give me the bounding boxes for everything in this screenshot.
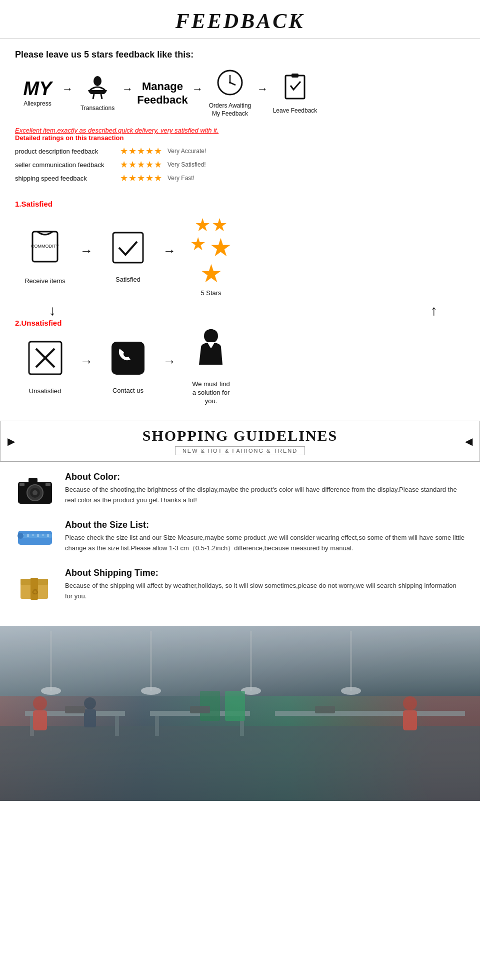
info-title-size: About the Size List: bbox=[65, 520, 465, 530]
transactions-label: Transactions bbox=[80, 105, 114, 113]
flow-item-leave: Leave Feedback bbox=[270, 72, 320, 115]
info-content-color: About Color: Because of the shooting,the… bbox=[65, 472, 465, 506]
info-text-size: Please check the size list and our Size … bbox=[65, 533, 465, 554]
info-sections: About Color: Because of the shooting,the… bbox=[0, 462, 480, 626]
contact-us-label: Contact us bbox=[112, 387, 144, 395]
satisfaction-section: 1.Satisfied COMMODITY Receive items → bbox=[0, 195, 480, 416]
info-content-shipping: About Shipping Time: Because of the ship… bbox=[65, 568, 465, 602]
sg-left-arrow[interactable]: ▶ bbox=[8, 435, 15, 447]
svg-point-6 bbox=[229, 82, 231, 84]
person-icon bbox=[190, 327, 232, 377]
transactions-icon bbox=[84, 74, 112, 103]
rating-label-2: seller communication feedback bbox=[15, 161, 115, 169]
camera-icon bbox=[15, 472, 55, 507]
package-icon: ♻ bbox=[15, 568, 55, 603]
xmark-icon bbox=[24, 337, 66, 384]
down-arrow: ↓ bbox=[49, 303, 56, 319]
flow-item-orders: Orders AwaitingMy Feedback bbox=[205, 69, 255, 118]
flow-diagram: MY Aliexpress → Transactions → ManageFee… bbox=[15, 69, 465, 118]
rating-row-3: shipping speed feedback ★★★★★ Very Fast! bbox=[15, 173, 465, 184]
rating-label-3: shipping speed feedback bbox=[15, 175, 115, 182]
rating-desc-1: Very Accurate! bbox=[168, 148, 206, 155]
svg-line-2 bbox=[101, 94, 102, 99]
clock-icon bbox=[216, 69, 244, 100]
right-up-col: ↑ bbox=[90, 303, 465, 319]
unsatisfied-label: 2.Unsatisfied bbox=[15, 319, 90, 327]
info-text-color: Because of the shooting,the brightness o… bbox=[65, 485, 465, 506]
svg-point-32 bbox=[18, 533, 24, 539]
info-title-shipping: About Shipping Time: bbox=[65, 568, 465, 578]
solution-box: We must finda solution foryou. bbox=[181, 327, 241, 406]
arrow3: → bbox=[192, 83, 203, 105]
rating-label-1: product description feedback bbox=[15, 148, 115, 155]
svg-point-0 bbox=[94, 76, 102, 86]
arrow4: → bbox=[257, 83, 268, 105]
receive-items-label: Receive items bbox=[24, 277, 66, 286]
section1: Please leave us 5 stars feedback like th… bbox=[0, 39, 480, 195]
sg-subtitle: NEW & HOT & FAHIONG & TREND bbox=[175, 446, 305, 455]
stars-3: ★★★★★ bbox=[120, 173, 162, 184]
five-stars-box: ★ ★ ★ ★ ★ 5 Stars bbox=[181, 214, 241, 298]
sat-arrow1: → bbox=[80, 243, 93, 269]
up-arrow-container: ↑ bbox=[90, 303, 465, 319]
info-title-color: About Color: bbox=[65, 472, 465, 482]
stars-2: ★★★★★ bbox=[120, 159, 162, 170]
unsat-arrow1: → bbox=[80, 354, 93, 379]
sat-arrow2: → bbox=[163, 243, 176, 269]
aliexpress-label: Aliexpress bbox=[24, 100, 51, 108]
feedback-example: Excellent item,exactly as described,quic… bbox=[15, 127, 465, 184]
contact-us-box: Contact us bbox=[98, 338, 158, 395]
receive-items-box: COMMODITY Receive items bbox=[15, 227, 75, 286]
svg-rect-23 bbox=[46, 483, 50, 486]
tape-measure-icon bbox=[15, 520, 55, 555]
example-text: Excellent item,exactly as described,quic… bbox=[15, 127, 465, 134]
sg-right-arrow[interactable]: ◀ bbox=[465, 435, 472, 447]
info-item-shipping: ♻ About Shipping Time: Because of the sh… bbox=[15, 568, 465, 603]
info-content-size: About the Size List: Please check the si… bbox=[65, 520, 465, 554]
receive-col: ↓ 2.Unsatisfied bbox=[15, 303, 90, 327]
svg-rect-22 bbox=[20, 483, 24, 486]
rating-desc-2: Very Satisfied! bbox=[168, 161, 206, 168]
satisfied-check-box: Satisfied bbox=[98, 228, 158, 284]
info-item-color: About Color: Because of the shooting,the… bbox=[15, 472, 465, 507]
info-text-shipping: Because of the shipping will affect by w… bbox=[65, 581, 465, 602]
detailed-text: Detailed ratings on this transaction bbox=[15, 134, 465, 142]
factory-image bbox=[0, 626, 480, 801]
up-arrow: ↑ bbox=[430, 303, 438, 319]
checkmark-icon bbox=[108, 228, 148, 273]
clipboard-icon bbox=[282, 72, 309, 105]
ratings-table: product description feedback ★★★★★ Very … bbox=[15, 146, 465, 184]
svg-line-1 bbox=[93, 94, 94, 99]
arrow2: → bbox=[122, 83, 133, 105]
orders-label: Orders AwaitingMy Feedback bbox=[209, 102, 252, 118]
flow-item-aliexpress: MY Aliexpress bbox=[15, 79, 60, 108]
shopping-guidelines: ▶ SHOPPING GUIDELINES NEW & HOT & FAHION… bbox=[0, 421, 480, 462]
manage-label: ManageFeedback bbox=[137, 80, 188, 107]
solution-label: We must finda solution foryou. bbox=[192, 380, 230, 406]
satisfied-label-flow: Satisfied bbox=[116, 276, 140, 284]
flow-item-transactions: Transactions bbox=[75, 74, 120, 113]
five-stars-label: 5 Stars bbox=[200, 289, 221, 298]
svg-text:♻: ♻ bbox=[32, 588, 38, 596]
shirt-icon: COMMODITY bbox=[22, 227, 68, 274]
rating-desc-3: Very Fast! bbox=[168, 175, 194, 182]
unsatisfied-x-box: Unsatisfied bbox=[15, 337, 75, 396]
feedback-header: FEEDBACK bbox=[0, 0, 480, 39]
leave-feedback-label: Leave Feedback bbox=[273, 107, 318, 115]
rating-row-1: product description feedback ★★★★★ Very … bbox=[15, 146, 465, 157]
sg-title: SHOPPING GUIDELINES bbox=[10, 427, 470, 444]
svg-text:COMMODITY: COMMODITY bbox=[31, 244, 59, 249]
unsat-arrow2: → bbox=[163, 354, 176, 379]
my-icon: MY bbox=[24, 79, 52, 98]
satisfied-flow: COMMODITY Receive items → Satisfied → ★ … bbox=[15, 214, 465, 298]
flow-item-manage: ManageFeedback bbox=[135, 80, 190, 107]
rating-row-2: seller communication feedback ★★★★★ Very… bbox=[15, 159, 465, 170]
section1-title: Please leave us 5 stars feedback like th… bbox=[15, 50, 465, 60]
stars-icon: ★ ★ ★ ★ ★ bbox=[188, 214, 234, 286]
svg-rect-11 bbox=[113, 233, 143, 263]
stars-1: ★★★★★ bbox=[120, 146, 162, 157]
unsatisfied-flow: Unsatisfied → Contact us → bbox=[15, 327, 465, 406]
phone-icon bbox=[108, 338, 148, 384]
satisfied-label: 1.Satisfied bbox=[15, 200, 465, 208]
info-item-size: About the Size List: Please check the si… bbox=[15, 520, 465, 555]
